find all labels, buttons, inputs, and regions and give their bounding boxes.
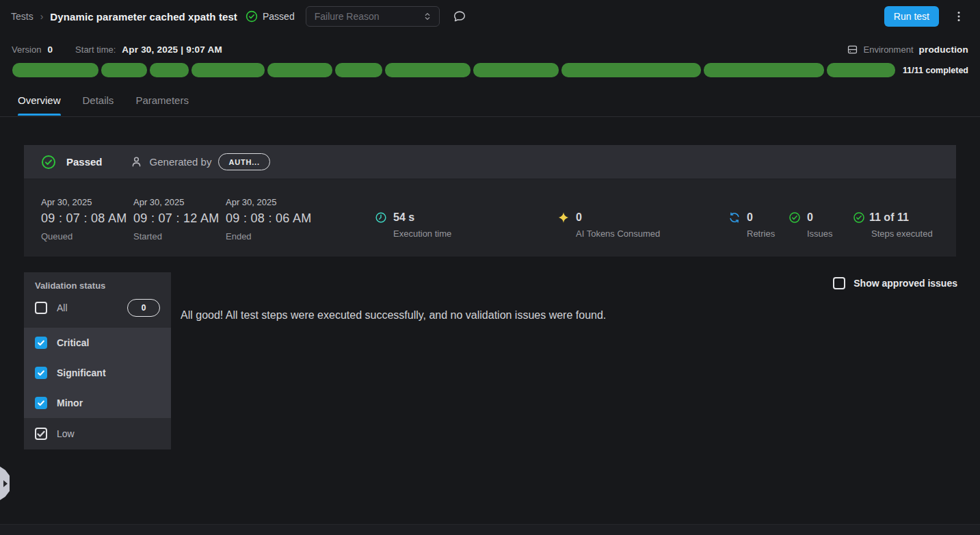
summary-card: Passed Generated by AUTH... Apr 30, 2025…: [24, 145, 956, 257]
version-label: Version: [12, 44, 41, 55]
ai-tokens-label: AI Tokens Consumed: [576, 229, 728, 239]
page-title: Dynamic parameter cached xpath test: [50, 11, 237, 23]
progress-completed-label: 11/11 completed: [903, 66, 968, 75]
started-label: Started: [133, 231, 226, 242]
filter-row-all[interactable]: All 0: [35, 291, 160, 325]
steps-executed-value: 11 of 11: [869, 211, 909, 224]
validation-filter-top: Validation status All 0: [24, 272, 171, 328]
chevron-updown-icon: [423, 12, 432, 21]
chevron-right-icon: [3, 480, 8, 487]
summary-card-header: Passed Generated by AUTH...: [24, 145, 956, 179]
tab-bar: Overview Details Parameters: [0, 90, 980, 117]
card-status-label: Passed: [66, 156, 103, 168]
meta-row: Version 0 Start time: Apr 30, 2025 | 9:0…: [0, 38, 980, 60]
retries-value: 0: [747, 211, 753, 224]
start-time-label: Start time:: [75, 44, 116, 55]
timestamp-ended: Apr 30, 2025 09 : 08 : 06 AM Ended: [226, 197, 318, 257]
progress-segment[interactable]: [335, 63, 382, 77]
comment-icon[interactable]: [452, 9, 467, 24]
minor-checkbox[interactable]: [35, 397, 47, 409]
started-date: Apr 30, 2025: [133, 197, 226, 207]
filter-row-critical[interactable]: Critical: [24, 328, 171, 358]
critical-checkbox[interactable]: [35, 337, 47, 349]
steps-executed-label: Steps executed: [871, 229, 933, 239]
status-label: Passed: [263, 11, 295, 22]
filter-row-significant[interactable]: Significant: [24, 358, 171, 388]
validation-filter-bottom: Low: [24, 418, 171, 449]
low-label: Low: [57, 428, 75, 439]
progress-segment[interactable]: [827, 63, 896, 77]
progress-bar: [12, 63, 895, 77]
progress-segment[interactable]: [150, 63, 189, 77]
generated-by-badge[interactable]: AUTH...: [218, 153, 269, 170]
check-circle-icon: [41, 155, 56, 170]
environment-icon: [847, 44, 858, 55]
metric-issues: 0 Issues: [789, 197, 853, 257]
validation-status-title: Validation status: [35, 280, 160, 291]
breadcrumb-tests-link[interactable]: Tests: [11, 11, 34, 22]
clock-icon: [375, 211, 387, 224]
progress-segment[interactable]: [704, 63, 823, 77]
ended-date: Apr 30, 2025: [226, 197, 318, 207]
started-time: 09 : 07 : 12 AM: [133, 211, 226, 226]
kebab-menu-icon[interactable]: [953, 10, 965, 23]
run-test-button[interactable]: Run test: [884, 6, 939, 27]
failure-reason-placeholder: Failure Reason: [315, 11, 380, 22]
retries-label: Retries: [747, 229, 789, 239]
queued-label: Queued: [41, 231, 133, 242]
low-checkbox[interactable]: [35, 428, 47, 440]
metric-steps-executed: 11 of 11 Steps executed: [853, 197, 933, 257]
sync-icon: [728, 211, 741, 224]
environment-label: Environment: [864, 44, 914, 55]
all-count-badge: 0: [127, 299, 160, 317]
show-approved-label: Show approved issues: [853, 278, 957, 289]
progress-segment[interactable]: [101, 63, 147, 77]
filter-row-minor[interactable]: Minor: [24, 388, 171, 418]
failure-reason-select[interactable]: Failure Reason: [306, 6, 440, 27]
tab-parameters[interactable]: Parameters: [135, 94, 189, 115]
environment-value: production: [919, 44, 969, 55]
metric-retries: 0 Retries: [728, 197, 789, 257]
test-run-page: Tests › Dynamic parameter cached xpath t…: [0, 0, 980, 535]
progress-segment[interactable]: [385, 63, 471, 77]
progress-segment[interactable]: [267, 63, 332, 77]
sparkle-icon: [557, 211, 570, 224]
version-value: 0: [47, 44, 53, 55]
validation-filter-options: Critical Significant Minor: [24, 328, 171, 418]
critical-label: Critical: [57, 337, 89, 348]
generated-by-label: Generated by: [150, 156, 212, 168]
ai-tokens-value: 0: [576, 211, 582, 224]
issues-value: 0: [807, 211, 813, 224]
progress-segment[interactable]: [12, 63, 98, 77]
breadcrumb-chevron-icon: ›: [40, 11, 44, 22]
significant-label: Significant: [57, 367, 106, 378]
minor-label: Minor: [57, 397, 83, 408]
start-time-value: Apr 30, 2025 | 9:07 AM: [122, 44, 222, 55]
filter-row-low[interactable]: Low: [35, 418, 160, 449]
show-approved-issues-toggle[interactable]: Show approved issues: [833, 277, 957, 289]
significant-checkbox[interactable]: [35, 367, 47, 379]
no-issues-message: All good! All test steps were executed s…: [181, 309, 606, 322]
progress-segment[interactable]: [561, 63, 701, 77]
check-circle-icon: [789, 211, 801, 224]
metric-ai-tokens: 0 AI Tokens Consumed: [557, 197, 728, 257]
progress-row: 11/11 completed: [12, 63, 968, 77]
sidebar-expand-handle[interactable]: [0, 467, 10, 500]
tab-details[interactable]: Details: [83, 94, 114, 115]
queued-time: 09 : 07 : 08 AM: [41, 211, 133, 226]
execution-time-value: 54 s: [393, 211, 414, 224]
validation-filter-panel: Validation status All 0 Critical Signifi…: [24, 272, 171, 449]
check-circle-icon: [853, 211, 865, 224]
person-icon: [130, 155, 143, 168]
summary-card-body: Apr 30, 2025 09 : 07 : 08 AM Queued Apr …: [24, 179, 956, 257]
ended-label: Ended: [226, 231, 318, 242]
show-approved-checkbox[interactable]: [833, 277, 845, 289]
tab-overview[interactable]: Overview: [18, 94, 61, 115]
all-label: All: [57, 302, 68, 313]
all-checkbox[interactable]: [35, 302, 47, 314]
progress-segment[interactable]: [473, 63, 559, 77]
run-status: Passed: [246, 10, 295, 23]
progress-segment[interactable]: [191, 63, 265, 77]
bottom-bar: [0, 524, 980, 535]
header-bar: Tests › Dynamic parameter cached xpath t…: [0, 0, 980, 33]
